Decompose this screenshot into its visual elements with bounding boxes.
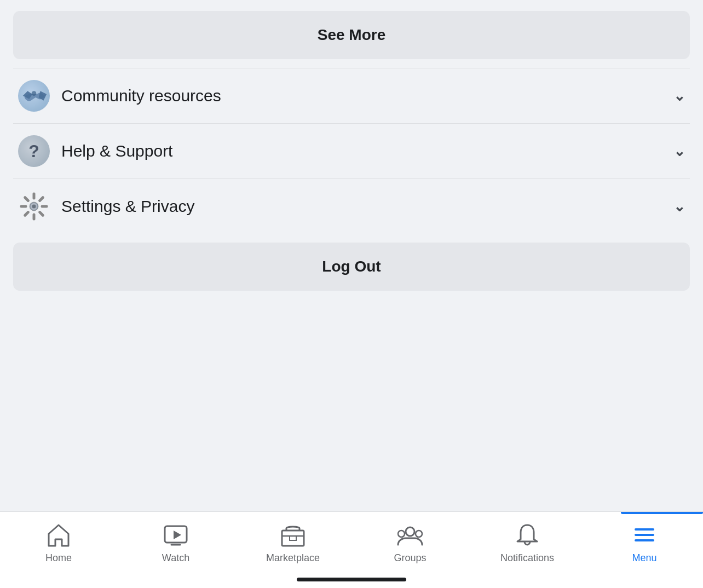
svg-rect-15 (282, 531, 304, 546)
community-resources-icon (18, 79, 50, 112)
nav-watch[interactable]: Watch (117, 518, 234, 566)
community-resources-chevron: ⌄ (673, 88, 685, 105)
svg-point-19 (398, 531, 405, 537)
bottom-navigation: Home Watch Marketplace Groups (0, 511, 703, 588)
svg-line-7 (40, 212, 43, 216)
settings-privacy-label: Settings & Privacy (61, 197, 662, 216)
nav-notifications[interactable]: Notifications (469, 518, 586, 566)
svg-marker-14 (174, 531, 181, 539)
log-out-button[interactable]: Log Out (13, 243, 690, 291)
svg-line-8 (25, 212, 28, 216)
svg-point-0 (32, 91, 37, 96)
nav-home-label: Home (45, 552, 72, 564)
nav-home[interactable]: Home (0, 518, 117, 566)
nav-marketplace[interactable]: Marketplace (234, 518, 352, 566)
svg-line-9 (40, 198, 43, 201)
nav-watch-label: Watch (162, 552, 189, 564)
help-support-item[interactable]: ? Help & Support ⌄ (13, 124, 690, 178)
main-content: See More Community resources ⌄ ? Help & … (0, 0, 703, 511)
svg-point-20 (416, 531, 422, 537)
nav-notifications-label: Notifications (500, 552, 554, 564)
home-indicator (297, 578, 406, 581)
community-resources-label: Community resources (61, 87, 662, 105)
community-resources-item[interactable]: Community resources ⌄ (13, 68, 690, 123)
help-support-chevron: ⌄ (673, 143, 685, 160)
nav-groups[interactable]: Groups (352, 518, 469, 566)
nav-groups-label: Groups (394, 552, 426, 564)
settings-privacy-chevron: ⌄ (673, 198, 685, 215)
settings-privacy-item[interactable]: Settings & Privacy ⌄ (13, 179, 690, 234)
nav-marketplace-label: Marketplace (266, 552, 320, 564)
settings-privacy-icon-container (18, 190, 50, 223)
see-more-button[interactable]: See More (13, 11, 690, 59)
svg-point-18 (406, 527, 414, 536)
nav-menu[interactable]: Menu (586, 518, 703, 566)
help-support-label: Help & Support (61, 142, 662, 160)
nav-menu-label: Menu (632, 552, 656, 564)
help-support-icon: ? (18, 135, 50, 168)
svg-line-6 (25, 198, 28, 201)
svg-point-11 (32, 205, 36, 209)
